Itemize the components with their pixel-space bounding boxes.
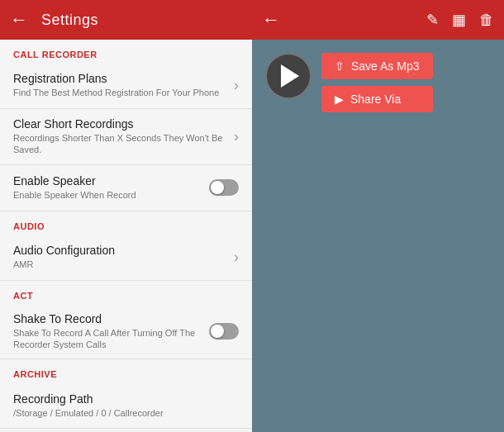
enable-speaker-toggle[interactable] [209,179,239,196]
setting-title: Shake To Record [13,312,202,325]
save-as-mp3-label: Save As Mp3 [351,59,420,73]
chevron-right-icon: › [234,128,239,145]
left-header: ← Settings [0,0,252,40]
left-title: Settings [41,12,98,29]
setting-item-audio-configuration[interactable]: Audio Configuration AMR › [0,235,252,281]
action-buttons: ⇧ Save As Mp3 ▶ Share Via [321,53,433,112]
setting-content: Recording Path /Storage / Emulated / 0 /… [13,392,239,419]
play-button[interactable] [265,53,311,99]
left-back-icon[interactable]: ← [10,9,28,31]
setting-title: Audio Configuration [13,244,227,257]
setting-title: Recording Path [13,392,239,406]
right-header: ← ✎ ▦ 🗑 [252,0,504,40]
section-header-act: ACT [0,281,252,304]
setting-content: Shake To Record Shake To Record A Call A… [13,312,202,351]
setting-content: Audio Configuration AMR [13,244,227,270]
setting-content: Enable Speaker Enable Speaker When Recor… [13,174,202,201]
setting-item-shake-to-record[interactable]: Shake To Record Shake To Record A Call A… [0,304,252,360]
setting-title: Clear Short Recordings [13,117,227,131]
setting-item-enable-speaker[interactable]: Enable Speaker Enable Speaker When Recor… [0,165,252,211]
share-via-label: Share Via [350,93,401,106]
share-via-button[interactable]: ▶ Share Via [321,86,433,112]
setting-subtitle: /Storage / Emulated / 0 / Callrecorder [13,407,239,419]
setting-subtitle: Shake To Record A Call After Turning Off… [13,327,202,351]
header-icons: ✎ ▦ 🗑 [426,11,494,29]
shake-to-record-toggle[interactable] [209,323,239,339]
setting-content: Registration Plans Find The Best Method … [13,72,227,98]
play-icon [281,64,299,88]
settings-list: Call Recorder Registration Plans Find Th… [0,40,252,432]
setting-subtitle: Find The Best Method Registration For Yo… [13,87,227,98]
setting-item-recording-path[interactable]: Recording Path /Storage / Emulated / 0 /… [0,382,252,429]
setting-content: Clear Short Recordings Recordings Shorte… [13,117,227,156]
chevron-right-icon: › [234,249,239,266]
right-back-icon[interactable]: ← [262,9,280,31]
section-header-call-recorder: Call Recorder [0,40,252,63]
save-as-mp3-button[interactable]: ⇧ Save As Mp3 [321,53,433,79]
section-header-audio: AUDIO [0,211,252,235]
chevron-right-icon: › [234,77,239,94]
right-content: ⇧ Save As Mp3 ▶ Share Via [252,40,504,126]
edit-icon[interactable]: ✎ [426,11,439,29]
setting-title: Registration Plans [13,72,227,85]
setting-subtitle: Enable Speaker When Record [13,189,202,201]
setting-subtitle: AMR [13,259,227,270]
section-header-archive: Archive [0,359,252,382]
setting-item-registration-plans[interactable]: Registration Plans Find The Best Method … [0,63,252,109]
share-icon: ▶ [335,93,344,106]
delete-icon[interactable]: 🗑 [479,12,494,29]
setting-item-clear-short-recordings[interactable]: Clear Short Recordings Recordings Shorte… [0,109,252,165]
layout-icon[interactable]: ▦ [452,11,466,29]
setting-title: Enable Speaker [13,174,202,188]
right-panel: ← ✎ ▦ 🗑 ⇧ Save As Mp3 ▶ Share Via [252,0,504,432]
save-icon: ⇧ [335,59,345,73]
setting-subtitle: Recordings Shorter Than X Seconds They W… [13,132,227,156]
left-panel: ← Settings Call Recorder Registration Pl… [0,0,252,432]
